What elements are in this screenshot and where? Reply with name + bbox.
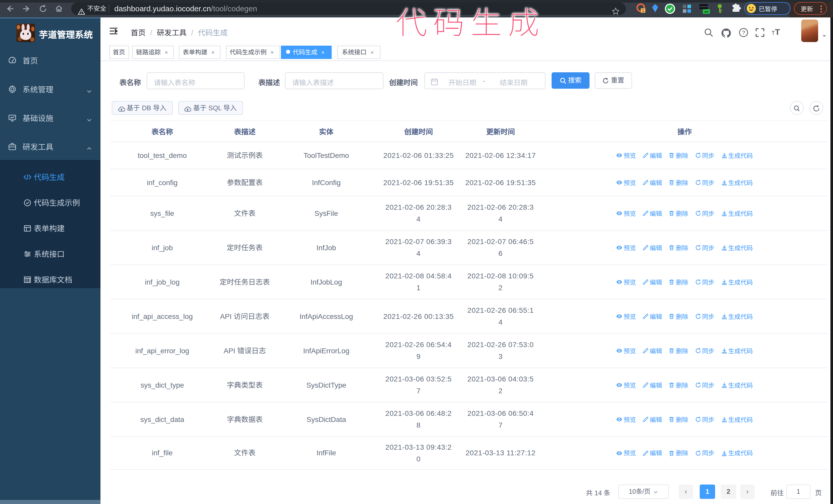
- svg-text:?: ?: [742, 30, 745, 36]
- svg-text:on: on: [704, 10, 709, 14]
- svg-text:1: 1: [642, 8, 644, 13]
